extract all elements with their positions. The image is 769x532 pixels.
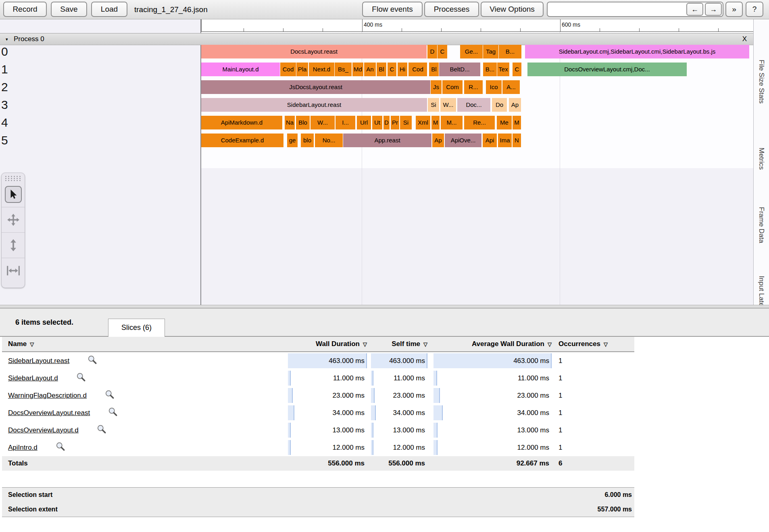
trace-slice[interactable]: Xml bbox=[416, 116, 430, 129]
trace-slice[interactable]: An bbox=[364, 63, 376, 76]
trace-slice[interactable]: SidebarLayout.cmj,SidebarLayout.cmi,Side… bbox=[525, 45, 749, 58]
trace-slice[interactable]: Next.d bbox=[309, 63, 334, 76]
selection-tool-button[interactable] bbox=[2, 182, 25, 207]
trace-slice[interactable]: W... bbox=[440, 98, 456, 112]
load-button[interactable]: Load bbox=[91, 2, 127, 17]
trace-slice[interactable]: Pla bbox=[296, 63, 308, 76]
trace-slice[interactable]: C bbox=[438, 45, 447, 58]
trace-slice[interactable]: CodeExample.d bbox=[201, 134, 283, 147]
sidebar-tab-metrics[interactable]: Metrics bbox=[757, 148, 765, 170]
find-previous-button[interactable]: ← bbox=[686, 3, 703, 16]
trace-slice[interactable]: Js bbox=[431, 80, 442, 94]
vertical-zoom-tool-button[interactable] bbox=[2, 232, 25, 258]
trace-slice[interactable]: Si bbox=[428, 98, 439, 112]
slice-name-link[interactable]: SidebarLayout.reast bbox=[8, 357, 69, 365]
tab-slices[interactable]: Slices (6) bbox=[108, 319, 165, 337]
trace-slice[interactable]: Ico bbox=[486, 80, 502, 94]
trace-slice[interactable]: Tag bbox=[483, 45, 498, 58]
sidebar-tab-input-latency[interactable]: Input Latency bbox=[757, 276, 765, 305]
column-header-occurrences[interactable]: Occurrences▽ bbox=[558, 337, 634, 352]
trace-slice[interactable]: Pr bbox=[391, 116, 399, 129]
trace-slice[interactable]: C bbox=[388, 63, 396, 76]
slice-name-link[interactable]: ApiIntro.d bbox=[8, 444, 38, 451]
trace-slice[interactable]: ge bbox=[287, 134, 298, 147]
pan-tool-button[interactable] bbox=[2, 207, 25, 232]
magnifier-icon[interactable] bbox=[108, 407, 118, 417]
trace-slice[interactable]: D bbox=[427, 45, 437, 58]
search-input[interactable] bbox=[548, 3, 686, 15]
slice-name-link[interactable]: DocsOverviewLayout.reast bbox=[8, 409, 90, 417]
trace-slice[interactable]: M... bbox=[441, 116, 463, 129]
flow-events-button[interactable]: Flow events bbox=[362, 2, 423, 17]
trace-slice[interactable]: Blo bbox=[296, 116, 310, 129]
trace-slice[interactable]: N bbox=[513, 134, 521, 147]
trace-slice[interactable]: BeltD... bbox=[439, 63, 480, 76]
trace-slice[interactable]: ApiMarkdown.d bbox=[201, 116, 282, 129]
find-next-button[interactable]: → bbox=[705, 3, 722, 16]
trace-slice[interactable]: Hi bbox=[398, 63, 407, 76]
trace-slice[interactable]: No... bbox=[315, 134, 343, 147]
overflow-menu-button[interactable]: » bbox=[725, 2, 743, 17]
trace-slice[interactable]: M bbox=[513, 116, 521, 129]
trace-slice[interactable]: Api bbox=[483, 134, 497, 147]
column-header-name[interactable]: Name▽ bbox=[2, 337, 288, 352]
process-close-button[interactable]: X bbox=[742, 33, 747, 45]
slice-name-link[interactable]: SidebarLayout.d bbox=[8, 374, 58, 382]
pane-splitter[interactable] bbox=[0, 305, 769, 309]
magnifier-icon[interactable] bbox=[97, 424, 106, 434]
trace-slice[interactable]: Ima bbox=[498, 134, 512, 147]
trace-slice[interactable]: M bbox=[431, 116, 440, 129]
trace-slice[interactable]: Na bbox=[285, 116, 295, 129]
processes-button[interactable]: Processes bbox=[424, 2, 479, 17]
collapse-triangle-icon[interactable]: ▾ bbox=[6, 33, 8, 45]
trace-slice[interactable]: Tex bbox=[497, 63, 509, 76]
trace-slice[interactable]: C bbox=[513, 63, 521, 76]
column-header-wall-duration[interactable]: Wall Duration▽ bbox=[288, 337, 367, 352]
trace-slice[interactable]: Do bbox=[492, 98, 507, 112]
time-ruler[interactable]: 400 ms600 ms bbox=[201, 19, 754, 32]
trace-slice[interactable]: Cod bbox=[408, 63, 427, 76]
trace-slice[interactable]: W... bbox=[311, 116, 335, 129]
save-button[interactable]: Save bbox=[51, 2, 87, 17]
trace-slice[interactable]: Ut bbox=[372, 116, 382, 129]
magnifier-icon[interactable] bbox=[76, 372, 86, 382]
trace-slice[interactable]: A... bbox=[502, 80, 520, 94]
trace-slice[interactable]: Re... bbox=[464, 116, 495, 129]
magnifier-icon[interactable] bbox=[56, 442, 65, 451]
trace-slice[interactable]: B... bbox=[483, 63, 497, 76]
trace-slice[interactable]: MainLayout.d bbox=[201, 63, 280, 76]
column-header-average-wall-duration[interactable]: Average Wall Duration▽ bbox=[433, 337, 552, 352]
trace-slice[interactable]: JsDocsLayout.reast bbox=[201, 80, 430, 94]
sidebar-tab-frame-data[interactable]: Frame Data bbox=[757, 207, 765, 243]
trace-slice[interactable]: Md bbox=[352, 63, 363, 76]
view-options-button[interactable]: View Options bbox=[481, 2, 544, 17]
magnifier-icon[interactable] bbox=[105, 390, 115, 399]
trace-slice[interactable]: Bs_ bbox=[335, 63, 352, 76]
slice-name-link[interactable]: DocsOverviewLayout.d bbox=[8, 426, 79, 434]
trace-slice[interactable]: Doc... bbox=[457, 98, 490, 112]
trace-slice[interactable]: Com bbox=[442, 80, 463, 94]
trace-slice[interactable]: I... bbox=[336, 116, 355, 129]
trace-slice[interactable]: DocsLayout.reast bbox=[201, 45, 427, 58]
timing-tool-button[interactable] bbox=[2, 258, 25, 283]
slice-name-link[interactable]: WarningFlagDescription.d bbox=[8, 392, 87, 399]
column-header-self-time[interactable]: Self time▽ bbox=[371, 337, 427, 352]
trace-slice[interactable]: Si bbox=[400, 116, 412, 129]
trace-slice[interactable]: Ap bbox=[432, 134, 444, 147]
trace-slice[interactable]: blo bbox=[301, 134, 314, 147]
trace-slice[interactable]: DocsOverviewLayout.cmj,Doc... bbox=[527, 63, 687, 76]
trace-slice[interactable]: ApiOve... bbox=[445, 134, 481, 147]
trace-slice[interactable]: Me bbox=[497, 116, 512, 129]
sidebar-tab-file-size-stats[interactable]: File Size Stats bbox=[757, 60, 765, 104]
trace-slice[interactable]: Ap bbox=[509, 98, 521, 112]
record-button[interactable]: Record bbox=[3, 2, 47, 17]
trace-slice[interactable]: Cod bbox=[280, 63, 296, 76]
trace-slice[interactable]: B... bbox=[499, 45, 521, 58]
trace-slice[interactable]: Bl bbox=[429, 63, 439, 76]
trace-slice[interactable]: D bbox=[383, 116, 390, 129]
trace-slice[interactable]: Url bbox=[357, 116, 371, 129]
trace-slice[interactable]: R... bbox=[464, 80, 483, 94]
process-header[interactable]: ▾ Process 0 X bbox=[0, 33, 753, 45]
trace-slice[interactable]: Bl bbox=[377, 63, 386, 76]
magnifier-icon[interactable] bbox=[88, 355, 97, 365]
